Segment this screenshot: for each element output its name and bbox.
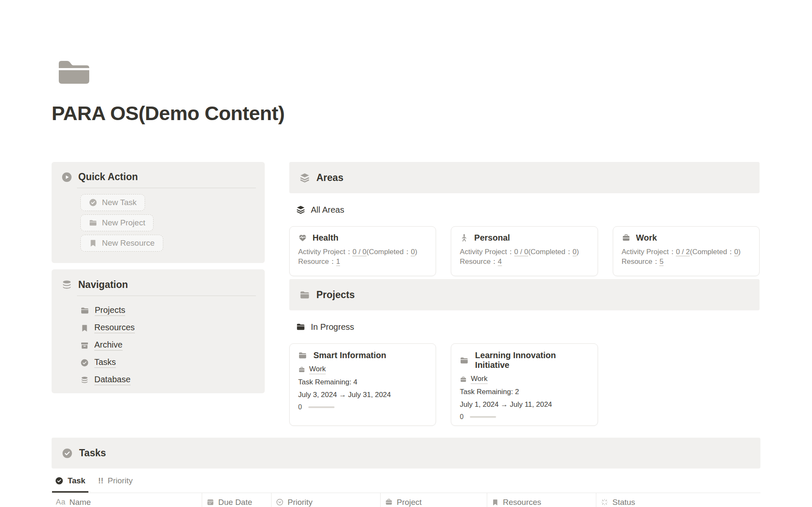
sidebar-item-projects[interactable]: Projects xyxy=(80,302,256,319)
check-circle-icon xyxy=(80,359,89,367)
task-remaining-text: Task Remaining: 4 xyxy=(298,378,427,386)
progress-value: 0 xyxy=(460,413,464,421)
column-header-priority[interactable]: Priority xyxy=(272,493,381,507)
tasks-header: Tasks xyxy=(52,438,760,469)
completed-count-link[interactable]: 0 xyxy=(411,248,414,256)
folder-icon xyxy=(80,306,89,315)
new-project-button[interactable]: New Project xyxy=(80,214,154,231)
project-card-smart-information[interactable]: Smart Information Work Task Remaining: 4… xyxy=(289,343,436,426)
quick-action-title: Quick Action xyxy=(78,171,138,183)
column-header-due-date[interactable]: Due Date xyxy=(202,493,272,507)
activity-count-link[interactable]: 0 / 0 xyxy=(514,248,528,256)
sidebar-item-tasks[interactable]: Tasks xyxy=(80,354,256,371)
project-card-learning-innovation[interactable]: Learning Innovation Initiative Work Task… xyxy=(451,343,598,426)
new-resource-label: New Resource xyxy=(102,238,155,248)
divider xyxy=(77,188,256,188)
nav-resources-link[interactable]: Resources xyxy=(94,323,135,333)
new-task-button[interactable]: New Task xyxy=(80,194,145,211)
area-card-work[interactable]: Work Activity Project：0 / 2(Completed：0)… xyxy=(613,226,760,276)
sidebar-item-resources[interactable]: Resources xyxy=(80,319,256,337)
column-header-status[interactable]: Status xyxy=(596,493,760,507)
date-range-text: July 3, 2024 → July 31, 2024 xyxy=(298,391,427,399)
area-card-health[interactable]: Health Activity Project：0 / 0(Completed：… xyxy=(289,226,436,276)
database-icon xyxy=(80,376,89,384)
bookmark-icon xyxy=(89,239,97,247)
bookmark-icon xyxy=(491,499,499,506)
bookmark-icon xyxy=(80,324,89,332)
activity-stat-line: Activity Project：0 / 2(Completed：0) xyxy=(622,247,751,257)
text-aa-icon: Aa xyxy=(56,498,66,507)
page-folder-icon xyxy=(57,59,91,85)
area-card-personal[interactable]: Personal Activity Project：0 / 0(Complete… xyxy=(451,226,598,276)
nav-projects-link[interactable]: Projects xyxy=(95,305,125,316)
layers-icon xyxy=(296,205,305,214)
in-progress-label: In Progress xyxy=(311,322,354,332)
quick-action-panel: Quick Action New Task New Project New R xyxy=(52,162,265,263)
project-category-link[interactable]: Work xyxy=(471,375,487,384)
calendar-icon xyxy=(206,498,214,506)
nav-tasks-link[interactable]: Tasks xyxy=(94,357,116,368)
completed-count-link[interactable]: 0 xyxy=(734,248,738,256)
date-range-text: July 1, 2024 → July 11, 2024 xyxy=(460,400,589,409)
projects-header: Projects xyxy=(289,279,760,310)
resource-stat-line: Resource：5 xyxy=(622,257,751,266)
folder-icon xyxy=(89,219,97,227)
project-card-title: Learning Innovation Initiative xyxy=(475,351,589,370)
resource-stat-line: Resource：1 xyxy=(298,257,427,266)
completed-count-link[interactable]: 0 xyxy=(573,248,576,256)
resource-count-link[interactable]: 4 xyxy=(498,258,502,266)
nav-archive-link[interactable]: Archive xyxy=(94,340,123,351)
column-header-name[interactable]: Aa Name xyxy=(52,493,202,507)
areas-header: Areas xyxy=(289,162,760,193)
check-circle-icon xyxy=(55,477,63,485)
sidebar-item-archive[interactable]: Archive xyxy=(80,337,256,354)
area-card-title: Health xyxy=(313,233,338,243)
briefcase-icon xyxy=(385,498,393,506)
tab-task[interactable]: Task xyxy=(52,469,88,493)
all-areas-label: All Areas xyxy=(311,205,344,215)
progress-value: 0 xyxy=(298,403,302,411)
new-project-label: New Project xyxy=(102,218,145,227)
progress-bar xyxy=(470,416,496,418)
projects-title: Projects xyxy=(316,289,355,301)
sidebar-item-database[interactable]: Database xyxy=(80,371,256,389)
layers-icon xyxy=(299,173,310,183)
resource-stat-line: Resource：4 xyxy=(460,257,589,266)
navigation-title: Navigation xyxy=(78,279,128,290)
navigation-panel: Navigation Projects Resources Archive xyxy=(52,269,265,393)
briefcase-icon xyxy=(298,366,305,373)
tasks-title: Tasks xyxy=(79,447,106,459)
in-progress-row[interactable]: In Progress xyxy=(289,310,760,343)
activity-count-link[interactable]: 0 / 0 xyxy=(352,248,366,256)
activity-count-link[interactable]: 0 / 2 xyxy=(676,248,690,256)
task-remaining-text: Task Remaining: 2 xyxy=(460,388,589,396)
nav-database-link[interactable]: Database xyxy=(94,375,131,385)
activity-stat-line: Activity Project：0 / 0(Completed：0) xyxy=(460,247,589,257)
page-title: PARA OS(Demo Content) xyxy=(52,101,285,125)
project-category-link[interactable]: Work xyxy=(309,365,326,374)
tab-priority-label: Priority xyxy=(108,476,133,485)
briefcase-icon xyxy=(460,376,467,383)
activity-stat-line: Activity Project：0 / 0(Completed：0) xyxy=(298,247,427,257)
column-header-resources[interactable]: Resources xyxy=(487,493,596,507)
tab-priority[interactable]: !! Priority xyxy=(95,469,136,493)
folder-icon xyxy=(299,290,310,300)
all-areas-row[interactable]: All Areas xyxy=(289,193,760,226)
person-icon xyxy=(460,233,469,242)
project-card-title: Smart Information xyxy=(313,351,386,360)
folder-icon xyxy=(460,356,469,365)
heart-pulse-icon xyxy=(298,233,307,242)
view-tabs: Task !! Priority xyxy=(52,469,760,493)
column-header-project[interactable]: Project xyxy=(381,493,487,507)
resource-count-link[interactable]: 5 xyxy=(659,258,663,266)
area-card-title: Personal xyxy=(474,233,510,243)
resource-count-link[interactable]: 1 xyxy=(336,258,340,266)
folder-icon xyxy=(298,351,307,360)
status-spinner-icon xyxy=(601,498,609,506)
new-resource-button[interactable]: New Resource xyxy=(80,235,163,252)
area-card-title: Work xyxy=(636,233,657,243)
tab-task-label: Task xyxy=(68,476,85,485)
select-circle-icon xyxy=(276,498,284,506)
divider xyxy=(77,296,256,296)
new-task-label: New Task xyxy=(102,198,137,207)
